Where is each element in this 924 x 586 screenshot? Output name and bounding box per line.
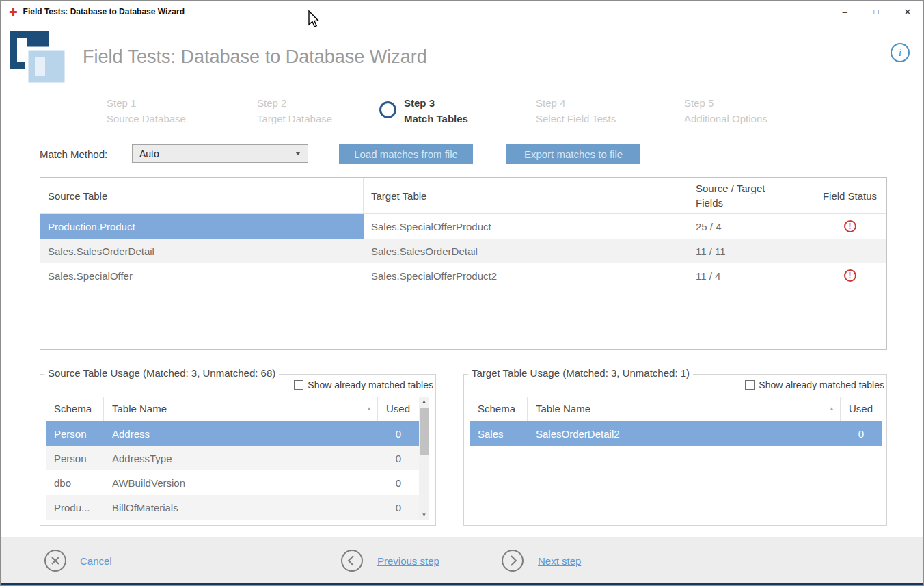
- checkbox-label: Show already matched tables: [759, 379, 884, 390]
- match-method-dropdown[interactable]: Auto: [132, 144, 308, 163]
- fields-count-cell[interactable]: 11 / 11: [688, 239, 813, 263]
- target-table-cell[interactable]: Sales.SpecialOfferProduct2: [364, 263, 688, 288]
- cancel-label: Cancel: [80, 555, 112, 567]
- column-header-used[interactable]: Used: [378, 397, 419, 421]
- source-table-cell[interactable]: Production.Product: [40, 214, 364, 239]
- field-status-cell[interactable]: !: [813, 263, 886, 288]
- step-2-target-database[interactable]: Step 2 Target Database: [257, 95, 332, 126]
- source-usage-title: Source Table Usage (Matched: 3, Unmatche…: [44, 367, 279, 379]
- app-window: ✚ Field Tests: Database to Database Wiza…: [0, 0, 924, 586]
- checkbox-icon[interactable]: [294, 380, 303, 390]
- step-1-source-database[interactable]: Step 1 Source Database: [107, 95, 186, 126]
- step-5-additional-options[interactable]: Step 5 Additional Options: [684, 95, 767, 126]
- chevron-down-icon: [295, 152, 301, 155]
- column-header-source-table[interactable]: Source Table: [40, 178, 364, 213]
- show-matched-tables-checkbox-row[interactable]: Show already matched tables: [294, 379, 433, 390]
- source-table-cell[interactable]: Sales.SalesOrderDetail: [40, 239, 364, 263]
- chevron-right-circle-icon: [501, 549, 524, 572]
- list-item[interactable]: Person AddressType 0: [46, 446, 419, 470]
- step-4-select-field-tests[interactable]: Step 4 Select Field Tests: [536, 95, 616, 126]
- scroll-down-icon[interactable]: ▼: [419, 509, 429, 520]
- window-title: Field Tests: Database to Database Wizard: [23, 7, 185, 16]
- checkbox-label: Show already matched tables: [308, 379, 433, 390]
- target-usage-header: Schema Table Name ▲ Used: [470, 397, 882, 421]
- source-usage-header: Schema Table Name ▲ Used: [46, 397, 419, 421]
- match-method-value: Auto: [139, 148, 159, 159]
- column-header-schema[interactable]: Schema: [470, 397, 528, 421]
- mouse-cursor: [308, 10, 320, 28]
- error-icon: !: [844, 269, 856, 282]
- column-header-used[interactable]: Used: [841, 397, 882, 421]
- app-icon: ✚: [9, 7, 18, 17]
- column-header-field-status[interactable]: Field Status: [813, 178, 886, 213]
- sort-ascending-icon: ▲: [829, 405, 834, 412]
- matches-table-header: Source Table Target Table Source / Targe…: [40, 178, 886, 214]
- fields-count-cell[interactable]: 11 / 4: [688, 263, 813, 288]
- field-status-cell[interactable]: [813, 239, 886, 263]
- scroll-up-icon[interactable]: ▲: [419, 397, 429, 407]
- checkbox-icon[interactable]: [745, 380, 755, 390]
- vertical-scrollbar[interactable]: ▲ ▼: [419, 397, 429, 520]
- previous-step-button[interactable]: Previous step: [340, 549, 439, 572]
- chevron-left-circle-icon: [340, 549, 364, 572]
- target-table-cell[interactable]: Sales.SalesOrderDetail: [364, 239, 688, 263]
- source-table-usage-group: Source Table Usage (Matched: 3, Unmatche…: [40, 374, 436, 526]
- source-table-cell[interactable]: Sales.SpecialOffer: [40, 263, 364, 288]
- step-3-match-tables[interactable]: Step 3 Match Tables: [404, 95, 468, 126]
- info-icon[interactable]: i: [891, 43, 910, 62]
- column-header-table-name[interactable]: Table Name ▲: [528, 397, 841, 421]
- list-item[interactable]: Sales SalesOrderDetail2 0: [470, 421, 882, 446]
- next-step-label: Next step: [538, 555, 581, 567]
- list-item[interactable]: dbo AWBuildVersion 0: [46, 470, 419, 495]
- column-header-table-name[interactable]: Table Name ▲: [104, 397, 378, 421]
- footer-bar: Cancel Previous step Next step: [1, 537, 923, 583]
- list-item[interactable]: Person Address 0: [46, 421, 419, 446]
- field-status-cell[interactable]: !: [813, 214, 886, 239]
- export-matches-button[interactable]: Export matches to file: [506, 144, 640, 164]
- column-header-source-target-fields[interactable]: Source / Target Fields: [688, 178, 813, 213]
- target-table-cell[interactable]: Sales.SpecialOfferProduct: [364, 214, 688, 239]
- close-button[interactable]: ✕: [892, 1, 923, 23]
- table-row[interactable]: Production.Product Sales.SpecialOfferPro…: [40, 214, 886, 239]
- sort-ascending-icon: ▲: [366, 405, 372, 412]
- column-header-target-table[interactable]: Target Table: [364, 178, 688, 213]
- app-logo-icon: [10, 31, 66, 88]
- list-item[interactable]: Produ... BillOfMaterials 0: [46, 495, 419, 520]
- load-matches-button[interactable]: Load matches from file: [339, 144, 473, 164]
- next-step-button[interactable]: Next step: [501, 549, 581, 572]
- show-matched-tables-checkbox-row[interactable]: Show already matched tables: [745, 379, 884, 390]
- maximize-button[interactable]: □: [860, 1, 892, 23]
- table-row[interactable]: Sales.SalesOrderDetail Sales.SalesOrderD…: [40, 239, 886, 263]
- bottom-accent-strip: [1, 583, 923, 585]
- fields-count-cell[interactable]: 25 / 4: [688, 214, 813, 239]
- cancel-button[interactable]: Cancel: [44, 549, 112, 572]
- scrollbar-thumb[interactable]: [420, 408, 429, 455]
- match-method-label: Match Method:: [40, 148, 107, 160]
- title-bar: ✚ Field Tests: Database to Database Wiza…: [1, 1, 923, 23]
- source-usage-table: Schema Table Name ▲ Used Person Address …: [46, 397, 429, 520]
- cancel-circle-icon: [44, 549, 67, 572]
- target-table-usage-group: Target Table Usage (Matched: 3, Unmatche…: [463, 374, 887, 526]
- table-row[interactable]: Sales.SpecialOffer Sales.SpecialOfferPro…: [40, 263, 886, 288]
- target-usage-title: Target Table Usage (Matched: 3, Unmatche…: [468, 367, 693, 379]
- page-title: Field Tests: Database to Database Wizard: [83, 46, 427, 68]
- active-step-indicator-icon: [379, 101, 396, 118]
- error-icon: !: [844, 220, 856, 232]
- target-usage-table: Schema Table Name ▲ Used Sales SalesOrde…: [470, 397, 882, 446]
- previous-step-label: Previous step: [377, 555, 439, 567]
- matches-table: Source Table Target Table Source / Targe…: [40, 177, 887, 350]
- column-header-schema[interactable]: Schema: [46, 397, 104, 421]
- minimize-button[interactable]: –: [829, 1, 860, 23]
